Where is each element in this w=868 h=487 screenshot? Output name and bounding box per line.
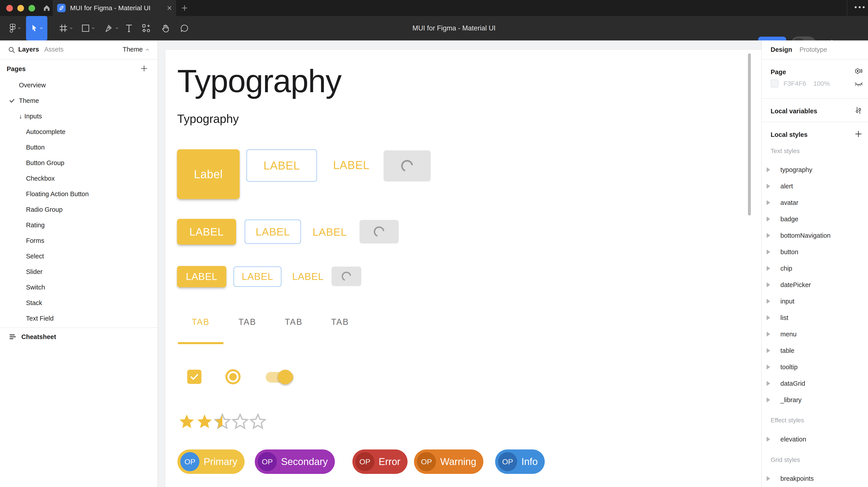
zoom-window-button[interactable]: [28, 5, 35, 11]
tab-prototype[interactable]: Prototype: [800, 46, 827, 53]
disclosure-triangle-icon[interactable]: [767, 282, 770, 287]
style-item[interactable]: input: [762, 293, 868, 310]
style-item[interactable]: tooltip: [762, 359, 868, 375]
canvas-viewport[interactable]: Typography Typography Label LABEL LABEL …: [158, 40, 761, 487]
page-list-item[interactable]: Button: [0, 139, 157, 155]
move-tool-selected[interactable]: [26, 16, 48, 40]
page-styles-icon[interactable]: [854, 68, 863, 76]
disclosure-triangle-icon[interactable]: [767, 184, 770, 189]
page-list-item[interactable]: Floating Action Button: [0, 186, 157, 202]
pen-tool[interactable]: [100, 16, 124, 40]
star-icon[interactable]: [196, 413, 213, 430]
style-item[interactable]: bottomNavigation: [762, 227, 868, 244]
disclosure-triangle-icon[interactable]: [767, 233, 770, 238]
page-fill-opacity[interactable]: 100%: [813, 80, 830, 87]
contained-button-medium[interactable]: LABEL: [177, 219, 236, 245]
page-list-item[interactable]: Theme: [0, 93, 157, 108]
tab-item-2[interactable]: TAB: [223, 313, 271, 331]
style-item[interactable]: breakpoints: [762, 470, 868, 487]
star-icon[interactable]: [214, 413, 231, 430]
disclosure-triangle-icon[interactable]: [767, 476, 770, 481]
minimize-window-button[interactable]: [17, 5, 24, 11]
frame-tool[interactable]: [54, 16, 78, 40]
style-item[interactable]: _library: [762, 392, 868, 408]
disclosure-triangle-icon[interactable]: [767, 437, 770, 442]
loading-button-medium[interactable]: [360, 220, 399, 244]
tab-item-1[interactable]: TAB: [178, 313, 223, 331]
text-tool[interactable]: [122, 16, 136, 40]
outlined-button-large[interactable]: LABEL: [246, 149, 317, 182]
star-icon[interactable]: [231, 413, 249, 430]
chip[interactable]: OP Error: [352, 450, 407, 474]
disclosure-triangle-icon[interactable]: [767, 217, 770, 222]
page-list-item[interactable]: Select: [0, 249, 157, 264]
disclosure-triangle-icon[interactable]: [767, 381, 770, 386]
star-icon[interactable]: [178, 413, 195, 430]
page-list-item[interactable]: Radio Group: [0, 202, 157, 217]
outlined-button-small[interactable]: LABEL: [234, 266, 281, 287]
sliders-icon[interactable]: [854, 106, 863, 115]
radio-button-selected[interactable]: [225, 369, 241, 384]
add-page-button[interactable]: [140, 64, 148, 72]
hand-tool[interactable]: [158, 16, 173, 40]
style-item[interactable]: list: [762, 310, 868, 326]
page-fill-hex[interactable]: F3F4F6: [783, 80, 806, 87]
canvas-vertical-scrollbar[interactable]: [748, 53, 751, 216]
close-window-button[interactable]: [6, 5, 13, 11]
style-item[interactable]: badge: [762, 211, 868, 227]
tab-overflow-menu[interactable]: [855, 6, 865, 8]
search-icon[interactable]: [8, 46, 16, 54]
tab-item-4[interactable]: TAB: [316, 313, 364, 331]
style-item[interactable]: typography: [762, 162, 868, 178]
page-list-item[interactable]: Switch: [0, 280, 157, 295]
style-item[interactable]: table: [762, 343, 868, 359]
style-item[interactable]: avatar: [762, 194, 868, 211]
page-list-item[interactable]: Checkbox: [0, 171, 157, 186]
switch-thumb[interactable]: [278, 370, 292, 384]
star-icon[interactable]: [249, 413, 267, 430]
chip[interactable]: OP Warning: [414, 450, 483, 474]
contained-button-large[interactable]: Label: [177, 149, 240, 199]
loading-button-large[interactable]: [383, 151, 431, 182]
disclosure-triangle-icon[interactable]: [767, 299, 770, 304]
disclosure-triangle-icon[interactable]: [767, 332, 770, 336]
style-item[interactable]: chip: [762, 260, 868, 277]
file-tab[interactable]: MUI for Figma - Material UI: [53, 0, 176, 16]
page-fill-swatch[interactable]: [771, 79, 779, 88]
tab-design[interactable]: Design: [771, 46, 792, 53]
page-list-item[interactable]: Autocomplete: [0, 124, 157, 139]
page-list-item[interactable]: Stack: [0, 295, 157, 311]
style-item[interactable]: alert: [762, 178, 868, 194]
page-list-item[interactable]: Rating: [0, 217, 157, 233]
style-item[interactable]: menu: [762, 326, 868, 343]
disclosure-triangle-icon[interactable]: [767, 397, 770, 402]
style-item[interactable]: dataGrid: [762, 375, 868, 392]
page-list-item[interactable]: Slider: [0, 264, 157, 280]
page-list-item[interactable]: ↓ Inputs: [0, 108, 157, 124]
eye-closed-icon[interactable]: [854, 81, 863, 88]
close-tab-button[interactable]: [166, 5, 173, 11]
outlined-button-medium[interactable]: LABEL: [245, 220, 301, 244]
style-item[interactable]: datePicker: [762, 277, 868, 293]
loading-button-small[interactable]: [332, 267, 361, 286]
tab-item-3[interactable]: TAB: [270, 313, 317, 331]
disclosure-triangle-icon[interactable]: [767, 348, 770, 353]
disclosure-triangle-icon[interactable]: [767, 365, 770, 369]
chip[interactable]: OP Primary: [178, 450, 245, 474]
rating-stars[interactable]: [178, 413, 267, 430]
page-list-item[interactable]: Overview: [0, 77, 157, 93]
style-item[interactable]: elevation: [762, 431, 868, 448]
checkbox-checked[interactable]: [187, 370, 202, 384]
page-list-item[interactable]: Text Field: [0, 311, 157, 326]
disclosure-triangle-icon[interactable]: [767, 315, 770, 320]
tab-layers[interactable]: Layers: [18, 46, 39, 53]
text-button-medium[interactable]: LABEL: [311, 221, 348, 243]
tab-assets[interactable]: Assets: [44, 46, 64, 53]
disclosure-triangle-icon[interactable]: [767, 167, 770, 172]
style-item[interactable]: button: [762, 244, 868, 260]
figma-menu-button[interactable]: [5, 16, 25, 40]
home-button[interactable]: [41, 3, 52, 13]
shape-tool[interactable]: [76, 16, 100, 40]
disclosure-triangle-icon[interactable]: [767, 266, 770, 271]
page-list-item[interactable]: Forms: [0, 233, 157, 249]
